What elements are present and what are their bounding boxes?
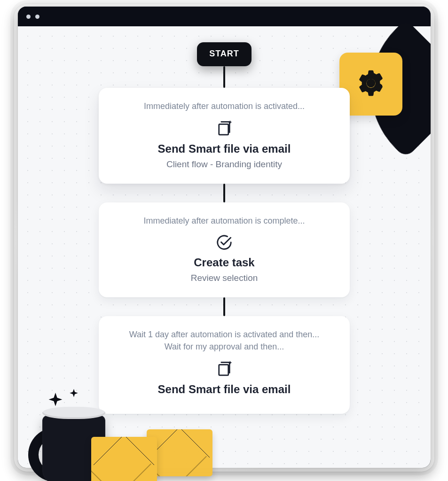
smart-file-icon bbox=[110, 119, 338, 138]
step-subtitle: Client flow - Branding identity bbox=[110, 159, 338, 170]
start-label: START bbox=[209, 49, 239, 58]
step-trigger: Immediately after automation is activate… bbox=[110, 100, 338, 112]
smart-file-icon bbox=[110, 359, 338, 378]
step-title: Create task bbox=[110, 256, 338, 269]
svg-rect-1 bbox=[219, 365, 228, 376]
window-dot bbox=[35, 15, 39, 19]
app-window: START Immediately after automation is ac… bbox=[18, 7, 431, 468]
flow-step[interactable]: Immediately after automation is complete… bbox=[99, 202, 350, 297]
flow-step[interactable]: Wait 1 day after automation is activated… bbox=[99, 316, 350, 414]
window-dot bbox=[26, 15, 31, 19]
svg-rect-0 bbox=[219, 124, 228, 135]
step-trigger: Immediately after automation is complete… bbox=[110, 215, 338, 227]
flow-step[interactable]: Immediately after automation is activate… bbox=[99, 88, 350, 184]
check-circle-icon bbox=[110, 233, 338, 251]
automation-flow: START Immediately after automation is ac… bbox=[18, 42, 431, 414]
flow-connector bbox=[223, 297, 225, 316]
flow-connector bbox=[223, 66, 225, 88]
flow-connector bbox=[223, 184, 225, 202]
step-subtitle: Review selection bbox=[110, 273, 338, 283]
start-node[interactable]: START bbox=[197, 42, 252, 66]
step-title: Send Smart file via email bbox=[110, 383, 338, 396]
step-title: Send Smart file via email bbox=[110, 142, 338, 155]
automation-canvas[interactable]: START Immediately after automation is ac… bbox=[18, 26, 431, 468]
window-titlebar bbox=[18, 7, 431, 26]
step-trigger: Wait 1 day after automation is activated… bbox=[110, 328, 338, 353]
